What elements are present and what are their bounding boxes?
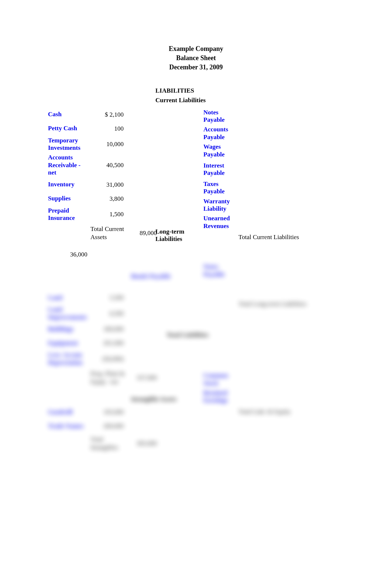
total-current-assets-value: 89,000 (131, 230, 157, 237)
liabilities-column: Notes Payable Accounts Payable Wages Pay… (203, 87, 344, 454)
liab-row-notes-payable: Notes Payable (203, 108, 344, 125)
blurred-row-goodwill: Goodwill 105,000 (48, 405, 189, 419)
link-notes-payable[interactable]: Notes Payable (203, 109, 225, 123)
link-unearned[interactable]: Unearned Revenues (203, 215, 230, 229)
long-term-liabilities-heading: Long-term Liabilities (155, 228, 207, 243)
value-temp-inv: 10,000 (94, 141, 124, 148)
link-supplies[interactable]: Supplies (48, 195, 71, 202)
link-interest-payable[interactable]: Interest Payable (203, 162, 225, 176)
doc-date: December 31, 2009 (48, 63, 344, 72)
page-content: Example Company Balance Sheet December 3… (0, 0, 392, 476)
value-petty-cash: 100 (94, 125, 124, 132)
liab-row-wages-payable: Wages Payable (203, 142, 344, 159)
blurred-link-bonds[interactable]: Bonds Payable (131, 273, 171, 280)
liab-row-unearned: Unearned Revenues (203, 214, 344, 231)
link-accounts-payable[interactable]: Accounts Payable (203, 126, 228, 140)
liabilities-heading: LIABILITIES (155, 87, 207, 94)
blurred-assets-section: Bonds Payable Land 5,500 Land Improvemen… (48, 269, 189, 454)
blurred-liabilities-section: Notes Payable Total Long-term Liabilitie… (203, 262, 344, 418)
current-liabilities-heading: Current Liabilities (155, 97, 207, 104)
blurred-total-intangibles-row: Total Intangibles 305,000 (48, 433, 189, 454)
link-taxes-payable[interactable]: Taxes Payable (203, 180, 225, 195)
liab-row-interest-payable: Interest Payable (203, 159, 344, 179)
doc-title: Balance Sheet (48, 54, 344, 63)
blurred-total-ppe-row: Prop, Plant & Equip - net 337,000 (48, 368, 189, 388)
value-cash: $ 2,100 (94, 111, 124, 118)
link-cash[interactable]: Cash (48, 111, 62, 118)
company-name: Example Company (48, 44, 344, 54)
link-wages-payable[interactable]: Wages Payable (203, 143, 225, 158)
value-supplies: 3,800 (94, 195, 124, 203)
link-petty-cash[interactable]: Petty Cash (48, 125, 77, 132)
value-ar: 40,500 (94, 162, 124, 169)
blurred-link-notes-payable-lt[interactable]: Notes Payable (203, 263, 225, 277)
link-ar[interactable]: Accounts Receivable - net (48, 154, 80, 176)
balance-sheet-columns: Cash $ 2,100 Petty Cash 100 Temporary In… (48, 87, 344, 454)
document-header: Example Company Balance Sheet December 3… (48, 44, 344, 72)
total-current-liab-label: Total Current Liabilities (238, 233, 299, 241)
link-warranty[interactable]: Warranty Liability (203, 198, 230, 212)
blurred-row-trade-names: Trade Names 200,000 (48, 419, 189, 433)
value-prepaid: 1,500 (94, 211, 124, 218)
blurred-row-accum: Less: Accum Depreciation (56,000) (48, 350, 189, 368)
liab-row-accounts-payable: Accounts Payable (203, 125, 344, 142)
value-inventory: 31,000 (94, 181, 124, 189)
link-temp-inv[interactable]: Temporary Investments (48, 137, 80, 151)
total-current-assets-label: Total Current Assets (90, 225, 131, 241)
blurred-intangibles-heading: Intangible Assets (131, 396, 189, 403)
link-inventory[interactable]: Inventory (48, 181, 75, 188)
link-prepaid[interactable]: Prepaid Insurance (48, 207, 75, 221)
liab-row-warranty: Warranty Liability (203, 197, 344, 214)
liab-row-taxes-payable: Taxes Payable (203, 179, 344, 197)
blurred-row-land: Land 5,500 (48, 291, 189, 305)
total-current-liab-row: Total Current Liabilities (238, 231, 344, 244)
blurred-row-land-imp: Land Improvements 6,500 (48, 305, 189, 322)
